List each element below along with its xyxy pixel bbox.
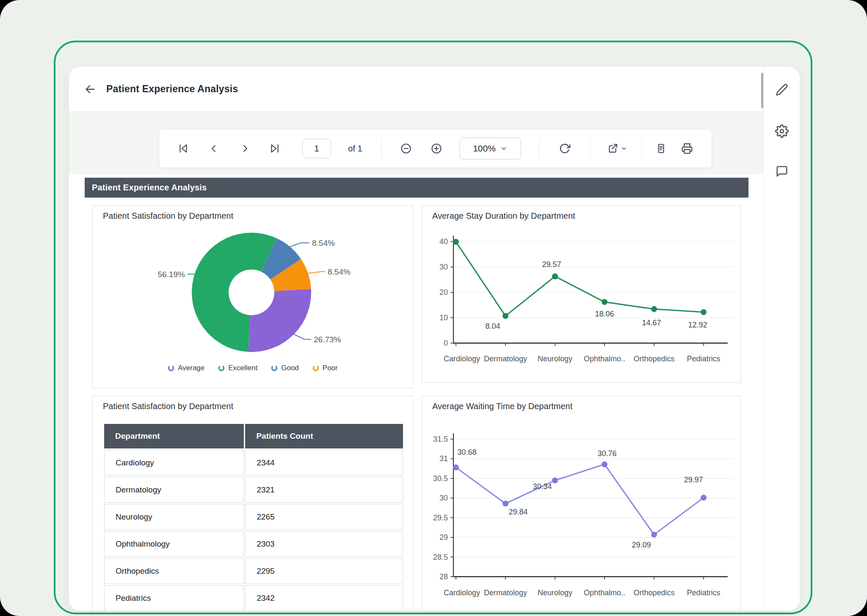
legend-item-good[interactable]: Good [271, 364, 299, 372]
data-point-label: 12.92 [688, 321, 707, 329]
legend-donut-icon [312, 365, 319, 371]
y-tick-label: 29.5 [433, 514, 448, 522]
back-button[interactable] [84, 83, 97, 96]
panel-title: Patient Satisfaction by Department [103, 402, 233, 411]
data-point [552, 273, 558, 279]
table-row: Dermatology2321 [104, 477, 403, 503]
table-cell: 2321 [245, 477, 403, 503]
callout-label: 26.73% [314, 335, 341, 344]
last-page-icon [269, 143, 280, 154]
settings-button[interactable] [773, 122, 791, 140]
data-point-label: 14.67 [642, 319, 661, 327]
comments-button[interactable] [773, 162, 791, 181]
data-point [651, 532, 657, 538]
scrollbar-thumb[interactable] [761, 73, 763, 108]
legend-donut-icon [271, 365, 278, 371]
viewer-toolbar: of 1 100% [159, 129, 712, 168]
data-point [453, 239, 459, 245]
legend-item-average[interactable]: Average [168, 364, 204, 372]
x-category-label: Cardiology [444, 355, 480, 363]
x-category-label: Neurology [538, 355, 572, 363]
y-tick-label: 31 [439, 454, 448, 463]
data-point [651, 306, 657, 312]
data-point [602, 299, 607, 305]
y-tick-label: 28.5 [433, 553, 448, 561]
data-point-label: 29.84 [508, 508, 527, 516]
x-category-label: Orthopedics [633, 588, 674, 597]
page-number-input[interactable] [302, 139, 331, 158]
x-category-label: Pediatrics [687, 588, 720, 597]
data-point [602, 461, 607, 467]
callout-label: 8.54% [328, 267, 351, 276]
data-line [456, 464, 704, 534]
table-row: Ophthalmology2303 [104, 531, 403, 557]
y-tick-label: 0 [444, 339, 448, 347]
y-tick-label: 40 [439, 237, 448, 246]
minus-circle-icon [400, 143, 412, 154]
table-row: Pediatrics2342 [104, 585, 403, 610]
x-category-label: Dermatology [484, 588, 527, 597]
x-category-label: Ophthalmo.. [584, 588, 625, 597]
pencil-icon [776, 83, 788, 96]
legend-item-excellent[interactable]: Excellent [218, 364, 257, 372]
donut-legend: Average Excellent Good Poor [93, 364, 413, 372]
callout-line [294, 334, 311, 339]
legend-label: Good [281, 364, 299, 372]
edit-report-button[interactable] [773, 80, 791, 99]
previous-page-button[interactable] [209, 143, 219, 154]
export-button[interactable] [607, 143, 627, 154]
table-cell: Ophthalmology [104, 531, 244, 557]
document-icon [655, 143, 666, 154]
screen: Patient Experience Analysis [0, 0, 867, 616]
app-header: Patient Experience Analysis [69, 67, 763, 111]
first-page-button[interactable] [178, 143, 189, 154]
x-category-label: Orthopedics [633, 355, 674, 363]
table-cell: 2342 [245, 585, 403, 610]
y-tick-label: 10 [439, 314, 448, 322]
callout-label: 8.54% [312, 239, 335, 248]
callout-label: 56.19% [158, 270, 185, 279]
y-tick-label: 30 [439, 263, 448, 271]
legend-label: Excellent [228, 364, 257, 372]
table-header-department: Department [104, 424, 244, 448]
data-point [453, 465, 459, 470]
zoom-level-value: 100% [473, 143, 496, 154]
satisfaction-donut-chart: 56.19%8.54%8.54%26.73% [93, 206, 414, 389]
legend-label: Poor [323, 364, 338, 372]
zoom-in-button[interactable] [431, 143, 442, 154]
print-button[interactable] [682, 143, 693, 154]
data-point-label: 29.97 [684, 476, 703, 484]
report-title: Patient Experience Analysis [92, 183, 207, 192]
table-cell: Neurology [104, 504, 244, 530]
data-point-label: 30.34 [533, 482, 552, 491]
next-page-button[interactable] [240, 143, 250, 154]
y-tick-label: 20 [439, 288, 448, 297]
table-row: Neurology2265 [104, 504, 403, 530]
legend-item-poor[interactable]: Poor [312, 364, 338, 372]
export-icon [607, 143, 618, 154]
x-category-label: Dermatology [484, 355, 527, 363]
refresh-button[interactable] [559, 143, 571, 154]
y-tick-label: 30 [439, 494, 448, 502]
page-title: Patient Experience Analysis [106, 83, 238, 95]
toolbar-separator [642, 139, 642, 158]
x-category-label: Cardiology [444, 588, 480, 597]
table-header-patients-count: Patients Count [245, 424, 403, 448]
table-row: Cardiology2344 [104, 450, 403, 476]
data-point [701, 309, 707, 315]
zoom-level-select[interactable]: 100% [459, 138, 521, 160]
callout-line [290, 243, 309, 247]
data-point-label: 30.76 [597, 449, 616, 458]
zoom-out-button[interactable] [400, 143, 412, 154]
y-tick-label: 31.5 [433, 435, 448, 443]
last-page-button[interactable] [269, 143, 280, 154]
first-page-icon [178, 143, 189, 154]
x-category-label: Ophthalmo.. [584, 355, 625, 363]
legend-donut-icon [168, 365, 174, 371]
chevron-down-icon [500, 145, 508, 152]
toolbar-separator [381, 139, 382, 158]
table-cell: 2265 [245, 504, 403, 530]
y-tick-label: 29 [439, 533, 448, 542]
plus-circle-icon [431, 143, 442, 154]
document-view-button[interactable] [655, 143, 666, 154]
